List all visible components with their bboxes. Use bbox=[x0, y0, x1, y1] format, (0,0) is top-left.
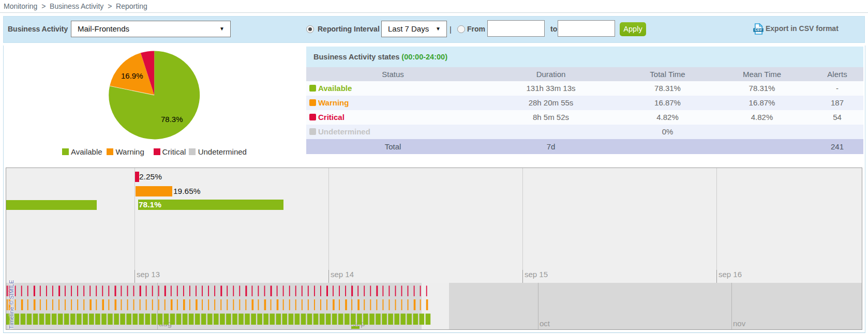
svg-text:CSV: CSV bbox=[755, 28, 762, 32]
